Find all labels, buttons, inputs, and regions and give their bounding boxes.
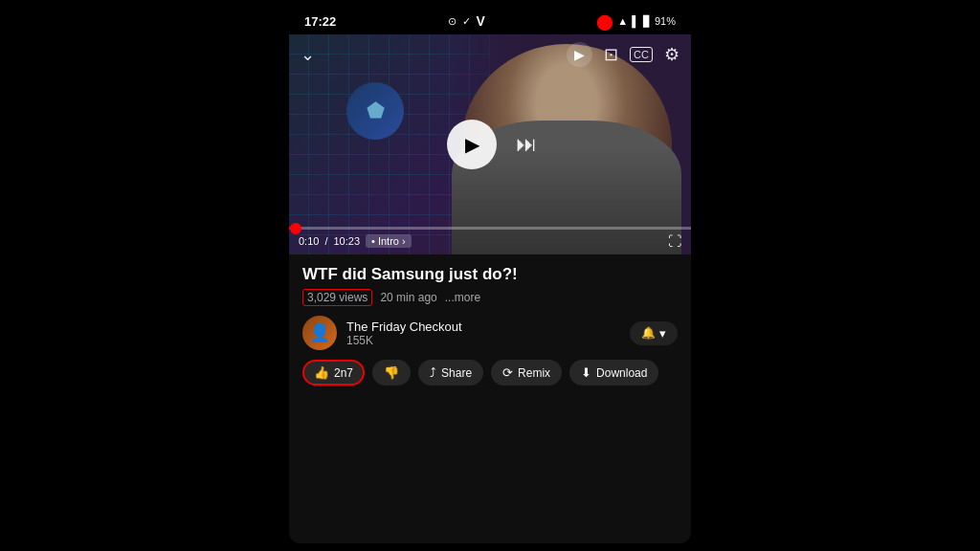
phone-frame: 17:22 ⊙ ✓ V ⬤ ▲ ▌ ▊ 91% ⬟ ⌄ ▶ ⊡ CC [289, 8, 691, 543]
like-button[interactable]: 👍 2n7 [302, 360, 365, 386]
bell-icon: 🔔 [641, 326, 656, 340]
subscribe-bell-button[interactable]: 🔔 ▾ [630, 321, 678, 345]
status-time: 17:22 [304, 14, 336, 29]
center-controls: ▶ ⏭ [443, 120, 537, 169]
dot-icon: ⊙ [448, 15, 457, 28]
progress-bar-container[interactable] [289, 227, 691, 230]
channel-name[interactable]: The Friday Checkout [346, 320, 462, 334]
total-time: 10:23 [333, 235, 360, 247]
more-link[interactable]: ...more [445, 291, 480, 304]
channel-avatar[interactable]: 👤 [302, 316, 337, 350]
channel-row: 👤 The Friday Checkout 155K 🔔 ▾ [302, 316, 678, 350]
channel-subs: 155K [346, 334, 462, 347]
video-title: WTF did Samsung just do?! [302, 264, 678, 285]
battery-icon: ▊ [643, 15, 651, 28]
time-separator: / [324, 235, 327, 247]
chevron-down-icon[interactable]: ⌄ [301, 44, 315, 65]
record-icon: ⬤ [596, 12, 613, 31]
top-right-controls: ▶ ⊡ CC ⚙ [567, 42, 679, 67]
intro-badge[interactable]: • Intro › [366, 234, 412, 248]
dislike-button[interactable]: 👎 [372, 360, 411, 386]
time-bar: 0:10 / 10:23 • Intro › ⛶ [289, 230, 691, 254]
battery-percent: 91% [655, 15, 676, 27]
share-icon: ⤴ [430, 365, 436, 380]
share-button[interactable]: ⤴ Share [418, 360, 483, 386]
status-center-icons: ⊙ ✓ V [448, 13, 485, 29]
video-top-controls: ⌄ ▶ ⊡ CC ⚙ [289, 42, 691, 67]
channel-info: The Friday Checkout 155K [346, 320, 462, 347]
views-badge: 3,029 views [302, 289, 372, 306]
progress-dot [290, 223, 301, 234]
v-icon: V [477, 13, 485, 29]
share-label: Share [441, 366, 472, 380]
signal-icon: ▌ [632, 15, 639, 27]
video-bottom-controls: 0:10 / 10:23 • Intro › ⛶ [289, 227, 691, 254]
wifi-icon: ▲ [617, 15, 628, 27]
check-icon: ✓ [462, 15, 471, 28]
download-icon: ⬇ [581, 365, 591, 380]
action-buttons-row: 👍 2n7 👎 ⤴ Share ⟳ Remix ⬇ Download [302, 360, 678, 387]
play-circle-icon[interactable]: ▶ [567, 42, 592, 67]
download-label: Download [596, 366, 647, 380]
next-button[interactable]: ⏭ [516, 132, 537, 157]
cast-icon[interactable]: ⊡ [604, 44, 618, 65]
bell-dropdown: ▾ [659, 326, 666, 341]
remix-label: Remix [518, 366, 550, 380]
settings-icon[interactable]: ⚙ [664, 44, 679, 65]
like-count: 2n7 [334, 366, 353, 380]
status-bar: 17:22 ⊙ ✓ V ⬤ ▲ ▌ ▊ 91% [289, 8, 691, 34]
dislike-icon: 👎 [384, 365, 399, 380]
video-meta: 3,029 views 20 min ago ...more [302, 289, 678, 306]
download-button[interactable]: ⬇ Download [569, 360, 658, 386]
current-time: 0:10 [299, 235, 319, 247]
remix-button[interactable]: ⟳ Remix [491, 360, 562, 386]
channel-left: 👤 The Friday Checkout 155K [302, 316, 462, 350]
remix-icon: ⟳ [502, 365, 513, 380]
status-right-icons: ⬤ ▲ ▌ ▊ 91% [596, 12, 676, 31]
cc-icon[interactable]: CC [630, 47, 653, 62]
app-logo: ⬟ [346, 82, 404, 140]
play-button[interactable]: ▶ [447, 120, 497, 169]
fullscreen-icon[interactable]: ⛶ [668, 233, 681, 249]
video-player[interactable]: ⬟ ⌄ ▶ ⊡ CC ⚙ ▶ ⏭ 0:10 [289, 34, 691, 254]
time-ago: 20 min ago [380, 291, 436, 304]
content-area: WTF did Samsung just do?! 3,029 views 20… [289, 254, 691, 543]
like-icon: 👍 [314, 365, 329, 380]
